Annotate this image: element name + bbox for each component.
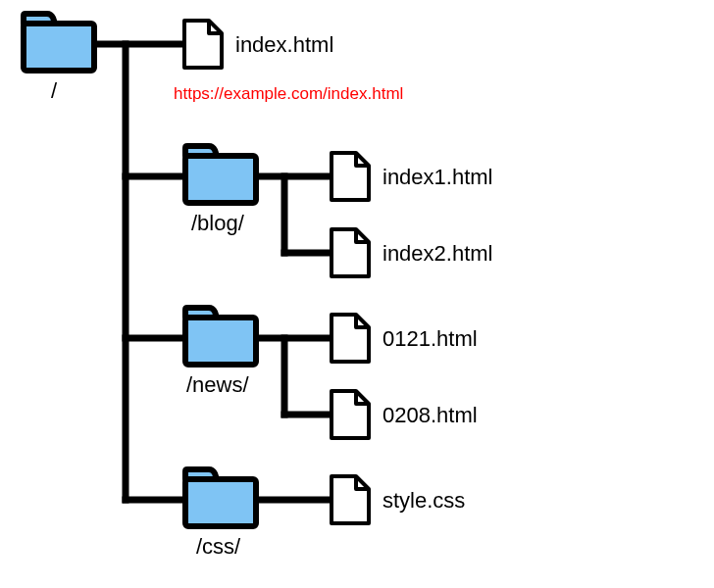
- folder-icon: [181, 304, 260, 368]
- file-icon: [329, 312, 372, 365]
- file-icon: [181, 18, 225, 71]
- svg-rect-15: [185, 479, 256, 526]
- news-folder-label: /news/: [186, 372, 249, 398]
- file-icon: [329, 473, 372, 526]
- folder-icon: [181, 142, 260, 207]
- file-news-1: [329, 388, 372, 441]
- file-blog-1-label: index2.html: [382, 241, 493, 267]
- css-folder: [181, 466, 260, 530]
- file-icon: [329, 388, 372, 441]
- file-index-label: index.html: [235, 32, 333, 58]
- svg-rect-13: [185, 156, 256, 203]
- root-folder-label: /: [51, 78, 57, 104]
- folder-icon: [181, 466, 260, 530]
- file-news-1-label: 0208.html: [382, 403, 478, 428]
- svg-rect-12: [24, 24, 94, 71]
- blog-folder-label: /blog/: [191, 211, 244, 236]
- file-news-0-label: 0121.html: [382, 326, 478, 352]
- root-folder: [20, 10, 98, 74]
- file-blog-0-label: index1.html: [382, 165, 493, 190]
- news-folder: [181, 304, 260, 368]
- file-blog-1: [329, 226, 372, 279]
- url-note: https://example.com/index.html: [174, 84, 403, 104]
- blog-folder: [181, 142, 260, 207]
- file-css-0: [329, 473, 372, 526]
- css-folder-label: /css/: [196, 534, 240, 560]
- file-index: [181, 18, 225, 71]
- file-css-0-label: style.css: [382, 488, 465, 514]
- svg-rect-14: [185, 318, 256, 365]
- file-blog-0: [329, 150, 372, 203]
- folder-icon: [20, 10, 98, 74]
- file-icon: [329, 226, 372, 279]
- file-icon: [329, 150, 372, 203]
- file-news-0: [329, 312, 372, 365]
